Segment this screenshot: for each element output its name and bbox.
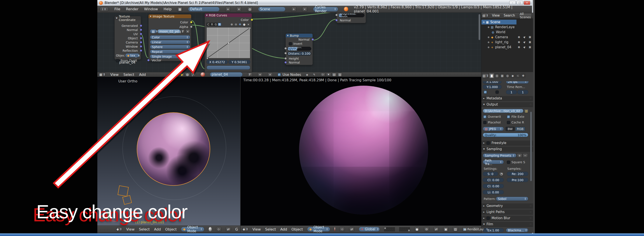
desktop: Blender* [D:\Archive(All My Models)\Arch… [0,0,644,236]
annotation-caption: Easy change color [36,201,187,223]
windows-taskbar[interactable] [0,233,644,236]
